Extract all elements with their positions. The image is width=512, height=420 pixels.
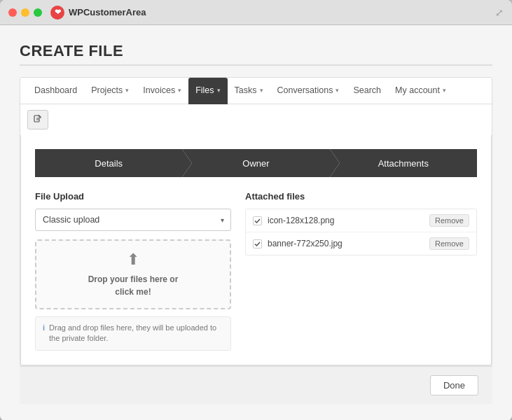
step-owner-label: Owner xyxy=(242,158,269,169)
drop-text: Drop your files here orclick me! xyxy=(88,273,179,298)
nav-label-tasks: Tasks xyxy=(235,85,257,95)
nav-toolbar xyxy=(20,104,492,135)
nav-item-search[interactable]: Search xyxy=(346,78,388,104)
nav-item-conversations[interactable]: Conversations ▾ xyxy=(270,78,347,104)
step-attachments[interactable]: Attachments xyxy=(330,149,477,177)
chevron-down-icon: ▾ xyxy=(335,87,339,94)
close-button[interactable] xyxy=(8,8,17,17)
titlebar: ❤ WPCustomerArea ⤢ xyxy=(0,0,512,25)
info-icon: i xyxy=(43,323,45,344)
nav-label-files: Files xyxy=(195,85,214,95)
expand-icon[interactable]: ⤢ xyxy=(495,7,504,18)
page-title: CREATE FILE xyxy=(20,42,492,60)
minimize-button[interactable] xyxy=(21,8,29,17)
chevron-down-icon: ▾ xyxy=(260,87,263,94)
nav-label-invoices: Invoices xyxy=(143,85,175,95)
upload-type-wrapper: Classic upload ▾ xyxy=(35,209,231,231)
chevron-down-icon: ▾ xyxy=(217,87,221,94)
window: ❤ WPCustomerArea ⤢ CREATE FILE Dashboard… xyxy=(0,0,512,420)
file-add-icon xyxy=(33,115,43,125)
file-list: icon-128x128.png Remove banner-772x250.j… xyxy=(245,209,477,255)
title-divider xyxy=(20,64,492,66)
col-upload: File Upload Classic upload ▾ ⬆ Drop your… xyxy=(35,191,231,351)
file-name-2: banner-772x250.jpg xyxy=(268,239,424,248)
file-remove-button-1[interactable]: Remove xyxy=(429,214,469,227)
nav-item-invoices[interactable]: Invoices ▾ xyxy=(136,78,188,104)
checkbox-check-icon xyxy=(254,241,261,246)
two-col-layout: File Upload Classic upload ▾ ⬆ Drop your… xyxy=(35,191,477,351)
nav-item-tasks[interactable]: Tasks ▾ xyxy=(228,78,270,104)
file-checkbox-1[interactable] xyxy=(253,216,262,225)
hint-text: Drag and drop files here, they will be u… xyxy=(49,323,223,344)
drop-hint: i Drag and drop files here, they will be… xyxy=(35,316,231,351)
brand-logo: ❤ xyxy=(50,6,64,20)
nav-label-myaccount: My account xyxy=(395,85,440,95)
drop-zone[interactable]: ⬆ Drop your files here orclick me! xyxy=(35,239,231,309)
chevron-down-icon: ▾ xyxy=(443,87,446,94)
brand: ❤ WPCustomerArea xyxy=(50,6,146,20)
step-owner[interactable]: Owner xyxy=(182,149,329,177)
file-checkbox-2[interactable] xyxy=(253,239,262,248)
nav-label-search: Search xyxy=(353,85,381,95)
step-attachments-label: Attachments xyxy=(378,158,429,169)
table-row: icon-128x128.png Remove xyxy=(246,209,476,232)
main-content: Details Owner Attachments File Upload xyxy=(20,135,492,365)
step-details-label: Details xyxy=(95,158,123,169)
checkbox-check-icon xyxy=(254,218,261,223)
table-row: banner-772x250.jpg Remove xyxy=(246,232,476,255)
nav-item-files[interactable]: Files ▾ xyxy=(188,78,227,104)
attached-files-title: Attached files xyxy=(245,191,477,202)
maximize-button[interactable] xyxy=(34,8,42,17)
upload-icon: ⬆ xyxy=(127,251,139,269)
nav-item-projects[interactable]: Projects ▾ xyxy=(84,78,136,104)
nav-bar: Dashboard Projects ▾ Invoices ▾ Files ▾ … xyxy=(20,78,492,104)
nav-label-conversations: Conversations xyxy=(277,85,333,95)
brand-name: WPCustomerArea xyxy=(69,7,146,18)
nav-item-myaccount[interactable]: My account ▾ xyxy=(388,78,453,104)
nav-item-dashboard[interactable]: Dashboard xyxy=(27,78,84,104)
upload-type-select[interactable]: Classic upload xyxy=(35,209,231,231)
step-details[interactable]: Details xyxy=(35,149,182,177)
new-file-button[interactable] xyxy=(27,110,48,130)
nav-label-dashboard: Dashboard xyxy=(34,85,77,95)
file-name-1: icon-128x128.png xyxy=(268,216,424,225)
nav-container: Dashboard Projects ▾ Invoices ▾ Files ▾ … xyxy=(20,77,492,366)
file-remove-button-2[interactable]: Remove xyxy=(429,237,469,250)
footer: Done xyxy=(20,366,492,404)
upload-section-title: File Upload xyxy=(35,191,231,202)
nav-label-projects: Projects xyxy=(91,85,123,95)
steps-bar: Details Owner Attachments xyxy=(35,149,477,177)
chevron-down-icon: ▾ xyxy=(178,87,181,94)
page-content: CREATE FILE Dashboard Projects ▾ Invoice… xyxy=(0,25,512,420)
window-controls xyxy=(8,8,42,17)
chevron-down-icon: ▾ xyxy=(125,87,129,94)
done-button[interactable]: Done xyxy=(430,375,478,396)
col-attached-files: Attached files icon-128x128.png Remove xyxy=(245,191,477,351)
